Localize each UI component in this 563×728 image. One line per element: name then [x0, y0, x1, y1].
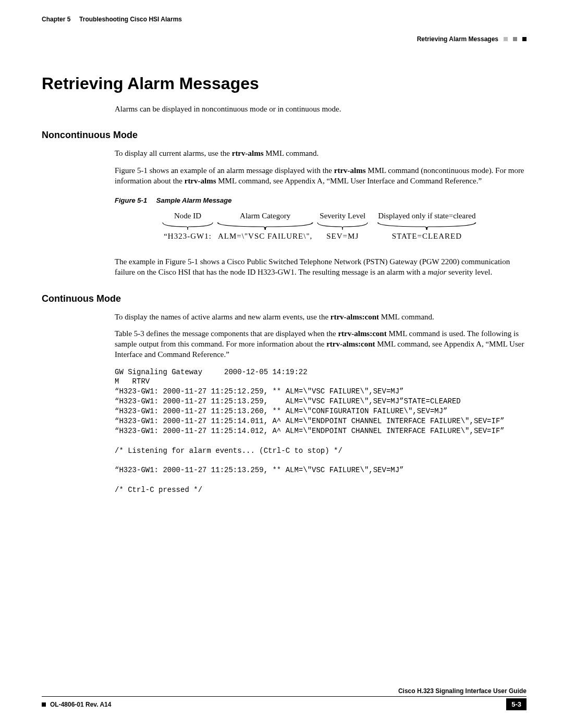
footer-decor-square	[42, 702, 46, 707]
footer: Cisco H.323 Signaling Interface User Gui…	[42, 687, 527, 710]
intro-paragraph: Alarms can be displayed in noncontinuous…	[115, 104, 527, 114]
figure-title: Sample Alarm Message	[156, 196, 232, 204]
footer-guide-title: Cisco H.323 Signaling Interface User Gui…	[42, 687, 527, 695]
noncont-p3: The example in Figure 5-1 shows a Cisco …	[115, 256, 527, 278]
noncont-p2-a: Figure 5-1 shows an example of an alarm …	[115, 166, 334, 175]
page-title: Retrieving Alarm Messages	[42, 74, 527, 93]
footer-docnum: OL-4806-01 Rev. A14	[50, 701, 111, 708]
noncont-p1-post: MML command.	[264, 149, 319, 157]
fig-val-node: “H323-GW1:	[162, 231, 214, 241]
cont-p2-a: Table 5-3 defines the message components…	[115, 329, 338, 338]
running-head-right: Retrieving Alarm Messages	[42, 35, 527, 43]
cont-p2-b: rtrv-alms:cont	[338, 329, 386, 338]
cont-p1-b: rtrv-alms:cont	[331, 313, 379, 321]
section-right: Retrieving Alarm Messages	[417, 35, 498, 43]
header-decor-square-3	[522, 37, 527, 41]
fig-val-sev: SEV=MJ	[316, 231, 369, 241]
footer-rule	[42, 696, 527, 697]
cont-p1-a: To display the names of active alarms an…	[115, 313, 331, 321]
footer-left: OL-4806-01 Rev. A14	[42, 701, 111, 708]
fig-label-state: Displayed only if state=cleared	[376, 212, 478, 221]
heading-noncontinuous: Noncontinuous Mode	[42, 130, 527, 141]
fig-label-cat: Alarm Category	[216, 212, 314, 221]
fig-val-state: STATE=CLEARED	[376, 231, 478, 241]
cont-p1-c: MML command.	[379, 313, 434, 321]
noncont-p2-d: rtrv-alms	[185, 177, 216, 185]
noncont-p3-c: severity level.	[446, 268, 492, 276]
brace-icon	[316, 221, 369, 231]
brace-icon	[216, 221, 314, 231]
noncont-p3-b: major	[427, 268, 446, 276]
fig-label-node: Node ID	[162, 212, 214, 221]
header-decor-square-1	[504, 37, 508, 41]
noncont-p2-b: rtrv-alms	[334, 166, 366, 175]
fig-val-cat: ALM=\"VSC FAILURE\",	[216, 231, 314, 241]
noncont-p2: Figure 5-1 shows an example of an alarm …	[115, 165, 527, 187]
code-sample: GW Signaling Gateway 2000-12-05 14:19:22…	[115, 367, 527, 496]
chapter-title: Troubleshooting Cisco HSI Alarms	[79, 16, 182, 23]
page-number-badge: 5-3	[506, 698, 527, 710]
running-head: Chapter 5 Troubleshooting Cisco HSI Alar…	[42, 16, 527, 23]
noncont-p1-pre: To display all current alarms, use the	[115, 149, 232, 157]
heading-continuous: Continuous Mode	[42, 293, 527, 304]
figure-number: Figure 5-1	[115, 196, 147, 204]
noncont-p1-bold: rtrv-alms	[232, 149, 264, 157]
brace-icon	[162, 221, 214, 231]
brace-icon	[376, 221, 478, 231]
cont-p2-d: rtrv-alms:cont	[326, 340, 375, 348]
noncont-p1: To display all current alarms, use the r…	[115, 148, 527, 158]
cont-p2: Table 5-3 defines the message components…	[115, 328, 527, 360]
chapter-label: Chapter 5	[42, 16, 70, 23]
fig-label-sev: Severity Level	[316, 212, 369, 221]
cont-p1: To display the names of active alarms an…	[115, 312, 527, 322]
figure-caption: Figure 5-1 Sample Alarm Message	[115, 196, 527, 204]
noncont-p2-e: MML command, see Appendix A, “MML User I…	[216, 177, 482, 185]
figure-body: Node ID “H323-GW1: Alarm Category ALM=\"…	[162, 212, 527, 241]
running-head-left: Chapter 5 Troubleshooting Cisco HSI Alar…	[42, 16, 182, 23]
header-decor-square-2	[513, 37, 517, 41]
